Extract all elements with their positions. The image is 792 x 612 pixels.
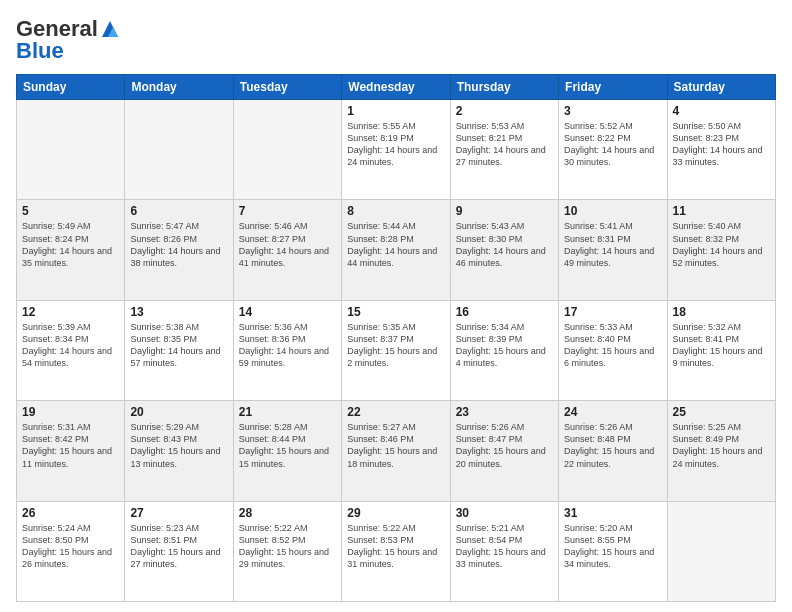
day-info: Sunrise: 5:35 AMSunset: 8:37 PMDaylight:… — [347, 321, 444, 370]
day-number: 16 — [456, 305, 553, 319]
day-info: Sunrise: 5:36 AMSunset: 8:36 PMDaylight:… — [239, 321, 336, 370]
day-number: 17 — [564, 305, 661, 319]
table-cell: 28Sunrise: 5:22 AMSunset: 8:52 PMDayligh… — [233, 501, 341, 601]
day-info: Sunrise: 5:43 AMSunset: 8:30 PMDaylight:… — [456, 220, 553, 269]
day-number: 31 — [564, 506, 661, 520]
day-number: 11 — [673, 204, 770, 218]
table-cell: 31Sunrise: 5:20 AMSunset: 8:55 PMDayligh… — [559, 501, 667, 601]
table-cell: 29Sunrise: 5:22 AMSunset: 8:53 PMDayligh… — [342, 501, 450, 601]
table-cell: 8Sunrise: 5:44 AMSunset: 8:28 PMDaylight… — [342, 200, 450, 300]
table-cell: 7Sunrise: 5:46 AMSunset: 8:27 PMDaylight… — [233, 200, 341, 300]
day-number: 1 — [347, 104, 444, 118]
col-tuesday: Tuesday — [233, 75, 341, 100]
col-saturday: Saturday — [667, 75, 775, 100]
day-info: Sunrise: 5:23 AMSunset: 8:51 PMDaylight:… — [130, 522, 227, 571]
table-cell: 21Sunrise: 5:28 AMSunset: 8:44 PMDayligh… — [233, 401, 341, 501]
day-number: 26 — [22, 506, 119, 520]
logo-icon — [100, 19, 120, 39]
table-cell: 17Sunrise: 5:33 AMSunset: 8:40 PMDayligh… — [559, 300, 667, 400]
day-info: Sunrise: 5:26 AMSunset: 8:48 PMDaylight:… — [564, 421, 661, 470]
day-info: Sunrise: 5:22 AMSunset: 8:52 PMDaylight:… — [239, 522, 336, 571]
day-info: Sunrise: 5:52 AMSunset: 8:22 PMDaylight:… — [564, 120, 661, 169]
table-cell: 5Sunrise: 5:49 AMSunset: 8:24 PMDaylight… — [17, 200, 125, 300]
day-info: Sunrise: 5:55 AMSunset: 8:19 PMDaylight:… — [347, 120, 444, 169]
day-number: 13 — [130, 305, 227, 319]
table-cell: 25Sunrise: 5:25 AMSunset: 8:49 PMDayligh… — [667, 401, 775, 501]
day-info: Sunrise: 5:38 AMSunset: 8:35 PMDaylight:… — [130, 321, 227, 370]
day-info: Sunrise: 5:29 AMSunset: 8:43 PMDaylight:… — [130, 421, 227, 470]
day-info: Sunrise: 5:26 AMSunset: 8:47 PMDaylight:… — [456, 421, 553, 470]
table-cell: 30Sunrise: 5:21 AMSunset: 8:54 PMDayligh… — [450, 501, 558, 601]
day-number: 7 — [239, 204, 336, 218]
day-info: Sunrise: 5:50 AMSunset: 8:23 PMDaylight:… — [673, 120, 770, 169]
calendar-week-row: 26Sunrise: 5:24 AMSunset: 8:50 PMDayligh… — [17, 501, 776, 601]
day-info: Sunrise: 5:31 AMSunset: 8:42 PMDaylight:… — [22, 421, 119, 470]
day-info: Sunrise: 5:40 AMSunset: 8:32 PMDaylight:… — [673, 220, 770, 269]
table-cell: 23Sunrise: 5:26 AMSunset: 8:47 PMDayligh… — [450, 401, 558, 501]
table-cell — [17, 100, 125, 200]
table-cell: 9Sunrise: 5:43 AMSunset: 8:30 PMDaylight… — [450, 200, 558, 300]
day-info: Sunrise: 5:53 AMSunset: 8:21 PMDaylight:… — [456, 120, 553, 169]
day-info: Sunrise: 5:24 AMSunset: 8:50 PMDaylight:… — [22, 522, 119, 571]
day-info: Sunrise: 5:47 AMSunset: 8:26 PMDaylight:… — [130, 220, 227, 269]
table-cell: 6Sunrise: 5:47 AMSunset: 8:26 PMDaylight… — [125, 200, 233, 300]
table-cell — [233, 100, 341, 200]
table-cell: 15Sunrise: 5:35 AMSunset: 8:37 PMDayligh… — [342, 300, 450, 400]
day-number: 23 — [456, 405, 553, 419]
day-number: 20 — [130, 405, 227, 419]
table-cell: 10Sunrise: 5:41 AMSunset: 8:31 PMDayligh… — [559, 200, 667, 300]
day-number: 25 — [673, 405, 770, 419]
col-thursday: Thursday — [450, 75, 558, 100]
table-cell: 22Sunrise: 5:27 AMSunset: 8:46 PMDayligh… — [342, 401, 450, 501]
calendar-week-row: 5Sunrise: 5:49 AMSunset: 8:24 PMDaylight… — [17, 200, 776, 300]
calendar-table: Sunday Monday Tuesday Wednesday Thursday… — [16, 74, 776, 602]
calendar-header-row: Sunday Monday Tuesday Wednesday Thursday… — [17, 75, 776, 100]
table-cell: 3Sunrise: 5:52 AMSunset: 8:22 PMDaylight… — [559, 100, 667, 200]
table-cell: 24Sunrise: 5:26 AMSunset: 8:48 PMDayligh… — [559, 401, 667, 501]
table-cell: 16Sunrise: 5:34 AMSunset: 8:39 PMDayligh… — [450, 300, 558, 400]
day-info: Sunrise: 5:20 AMSunset: 8:55 PMDaylight:… — [564, 522, 661, 571]
header: General Blue — [16, 16, 776, 64]
day-info: Sunrise: 5:27 AMSunset: 8:46 PMDaylight:… — [347, 421, 444, 470]
table-cell: 12Sunrise: 5:39 AMSunset: 8:34 PMDayligh… — [17, 300, 125, 400]
day-number: 30 — [456, 506, 553, 520]
table-cell: 1Sunrise: 5:55 AMSunset: 8:19 PMDaylight… — [342, 100, 450, 200]
table-cell: 11Sunrise: 5:40 AMSunset: 8:32 PMDayligh… — [667, 200, 775, 300]
table-cell: 4Sunrise: 5:50 AMSunset: 8:23 PMDaylight… — [667, 100, 775, 200]
day-info: Sunrise: 5:22 AMSunset: 8:53 PMDaylight:… — [347, 522, 444, 571]
table-cell — [125, 100, 233, 200]
day-number: 5 — [22, 204, 119, 218]
day-number: 4 — [673, 104, 770, 118]
day-number: 19 — [22, 405, 119, 419]
day-info: Sunrise: 5:21 AMSunset: 8:54 PMDaylight:… — [456, 522, 553, 571]
day-number: 3 — [564, 104, 661, 118]
day-number: 27 — [130, 506, 227, 520]
day-number: 28 — [239, 506, 336, 520]
day-number: 8 — [347, 204, 444, 218]
day-info: Sunrise: 5:33 AMSunset: 8:40 PMDaylight:… — [564, 321, 661, 370]
day-info: Sunrise: 5:49 AMSunset: 8:24 PMDaylight:… — [22, 220, 119, 269]
day-number: 2 — [456, 104, 553, 118]
day-number: 21 — [239, 405, 336, 419]
table-cell: 26Sunrise: 5:24 AMSunset: 8:50 PMDayligh… — [17, 501, 125, 601]
day-info: Sunrise: 5:39 AMSunset: 8:34 PMDaylight:… — [22, 321, 119, 370]
calendar-week-row: 19Sunrise: 5:31 AMSunset: 8:42 PMDayligh… — [17, 401, 776, 501]
logo: General Blue — [16, 16, 120, 64]
day-number: 29 — [347, 506, 444, 520]
day-number: 15 — [347, 305, 444, 319]
calendar-week-row: 12Sunrise: 5:39 AMSunset: 8:34 PMDayligh… — [17, 300, 776, 400]
col-wednesday: Wednesday — [342, 75, 450, 100]
col-monday: Monday — [125, 75, 233, 100]
col-friday: Friday — [559, 75, 667, 100]
table-cell: 13Sunrise: 5:38 AMSunset: 8:35 PMDayligh… — [125, 300, 233, 400]
day-number: 18 — [673, 305, 770, 319]
day-number: 10 — [564, 204, 661, 218]
day-number: 22 — [347, 405, 444, 419]
table-cell: 20Sunrise: 5:29 AMSunset: 8:43 PMDayligh… — [125, 401, 233, 501]
logo-blue-text: Blue — [16, 38, 64, 64]
day-info: Sunrise: 5:32 AMSunset: 8:41 PMDaylight:… — [673, 321, 770, 370]
table-cell — [667, 501, 775, 601]
day-number: 14 — [239, 305, 336, 319]
table-cell: 2Sunrise: 5:53 AMSunset: 8:21 PMDaylight… — [450, 100, 558, 200]
table-cell: 27Sunrise: 5:23 AMSunset: 8:51 PMDayligh… — [125, 501, 233, 601]
